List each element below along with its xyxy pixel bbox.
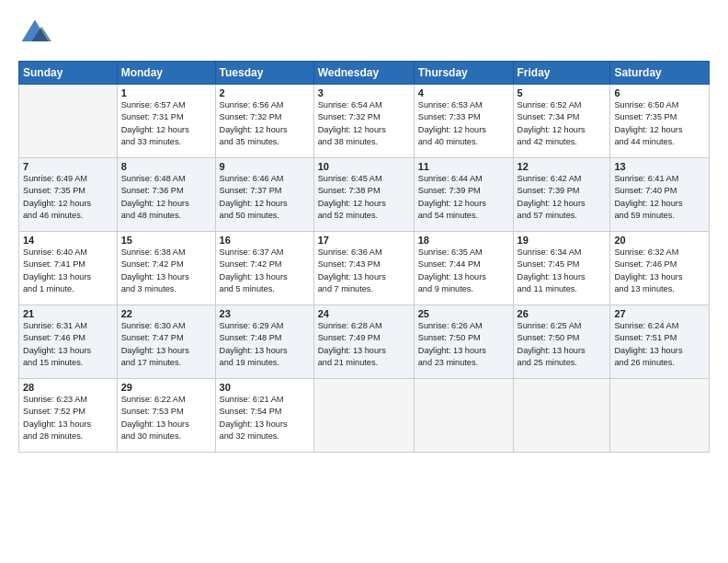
calendar-cell: 7Sunrise: 6:49 AM Sunset: 7:35 PM Daylig… — [19, 158, 118, 232]
calendar-cell — [19, 85, 118, 158]
calendar-cell: 12Sunrise: 6:42 AM Sunset: 7:39 PM Dayli… — [513, 158, 610, 232]
calendar-cell: 17Sunrise: 6:36 AM Sunset: 7:43 PM Dayli… — [313, 232, 414, 305]
calendar-cell: 30Sunrise: 6:21 AM Sunset: 7:54 PM Dayli… — [215, 379, 313, 453]
day-number: 3 — [318, 87, 410, 98]
day-info: Sunrise: 6:57 AM Sunset: 7:31 PM Dayligh… — [121, 99, 211, 148]
calendar-week-row: 21Sunrise: 6:31 AM Sunset: 7:46 PM Dayli… — [19, 305, 710, 379]
calendar-cell: 11Sunrise: 6:44 AM Sunset: 7:39 PM Dayli… — [414, 158, 513, 232]
weekday-header-thursday: Thursday — [414, 62, 513, 85]
calendar-cell: 21Sunrise: 6:31 AM Sunset: 7:46 PM Dayli… — [19, 305, 118, 379]
day-number: 9 — [220, 161, 310, 172]
calendar-cell: 28Sunrise: 6:23 AM Sunset: 7:52 PM Dayli… — [19, 379, 118, 453]
day-info: Sunrise: 6:34 AM Sunset: 7:45 PM Dayligh… — [518, 247, 607, 295]
calendar-cell: 22Sunrise: 6:30 AM Sunset: 7:47 PM Dayli… — [117, 305, 215, 379]
day-info: Sunrise: 6:56 AM Sunset: 7:32 PM Dayligh… — [220, 99, 310, 148]
day-info: Sunrise: 6:35 AM Sunset: 7:44 PM Dayligh… — [418, 247, 509, 295]
day-info: Sunrise: 6:36 AM Sunset: 7:43 PM Dayligh… — [318, 247, 410, 295]
day-number: 18 — [418, 235, 509, 246]
calendar-cell — [513, 379, 610, 453]
weekday-header-tuesday: Tuesday — [215, 62, 313, 85]
calendar-cell: 2Sunrise: 6:56 AM Sunset: 7:32 PM Daylig… — [215, 85, 313, 158]
day-info: Sunrise: 6:21 AM Sunset: 7:54 PM Dayligh… — [220, 394, 310, 442]
weekday-header-friday: Friday — [513, 62, 610, 85]
day-number: 21 — [23, 308, 113, 319]
day-info: Sunrise: 6:52 AM Sunset: 7:34 PM Dayligh… — [518, 99, 607, 148]
day-number: 12 — [518, 161, 607, 172]
calendar-cell: 4Sunrise: 6:53 AM Sunset: 7:33 PM Daylig… — [414, 85, 513, 158]
calendar-cell: 24Sunrise: 6:28 AM Sunset: 7:49 PM Dayli… — [313, 305, 414, 379]
day-number: 6 — [614, 87, 705, 98]
day-info: Sunrise: 6:54 AM Sunset: 7:32 PM Dayligh… — [318, 99, 410, 148]
calendar-cell: 20Sunrise: 6:32 AM Sunset: 7:46 PM Dayli… — [610, 232, 710, 305]
day-number: 14 — [23, 235, 113, 246]
day-number: 10 — [318, 161, 410, 172]
day-info: Sunrise: 6:31 AM Sunset: 7:46 PM Dayligh… — [23, 320, 113, 369]
calendar-week-row: 28Sunrise: 6:23 AM Sunset: 7:52 PM Dayli… — [19, 379, 710, 453]
calendar-cell: 19Sunrise: 6:34 AM Sunset: 7:45 PM Dayli… — [513, 232, 610, 305]
day-info: Sunrise: 6:32 AM Sunset: 7:46 PM Dayligh… — [614, 247, 705, 295]
calendar-cell: 27Sunrise: 6:24 AM Sunset: 7:51 PM Dayli… — [610, 305, 710, 379]
calendar-cell — [414, 379, 513, 453]
day-info: Sunrise: 6:24 AM Sunset: 7:51 PM Dayligh… — [614, 320, 705, 369]
header — [18, 17, 710, 50]
day-number: 19 — [518, 235, 607, 246]
day-number: 23 — [220, 308, 310, 319]
logo-icon — [18, 17, 51, 50]
calendar-table: SundayMondayTuesdayWednesdayThursdayFrid… — [18, 61, 710, 453]
calendar-cell: 3Sunrise: 6:54 AM Sunset: 7:32 PM Daylig… — [313, 85, 414, 158]
logo — [18, 17, 53, 50]
day-info: Sunrise: 6:38 AM Sunset: 7:42 PM Dayligh… — [121, 247, 211, 295]
calendar-week-row: 14Sunrise: 6:40 AM Sunset: 7:41 PM Dayli… — [19, 232, 710, 305]
day-number: 27 — [614, 308, 705, 319]
day-number: 24 — [318, 308, 410, 319]
calendar-cell: 23Sunrise: 6:29 AM Sunset: 7:48 PM Dayli… — [215, 305, 313, 379]
day-info: Sunrise: 6:41 AM Sunset: 7:40 PM Dayligh… — [614, 173, 705, 222]
day-number: 4 — [418, 87, 509, 98]
day-info: Sunrise: 6:37 AM Sunset: 7:42 PM Dayligh… — [220, 247, 310, 295]
day-info: Sunrise: 6:50 AM Sunset: 7:35 PM Dayligh… — [614, 99, 705, 148]
weekday-header-saturday: Saturday — [610, 62, 710, 85]
day-info: Sunrise: 6:29 AM Sunset: 7:48 PM Dayligh… — [220, 320, 310, 369]
calendar-week-row: 7Sunrise: 6:49 AM Sunset: 7:35 PM Daylig… — [19, 158, 710, 232]
day-number: 17 — [318, 235, 410, 246]
day-info: Sunrise: 6:30 AM Sunset: 7:47 PM Dayligh… — [121, 320, 211, 369]
calendar-cell — [313, 379, 414, 453]
day-info: Sunrise: 6:53 AM Sunset: 7:33 PM Dayligh… — [418, 99, 509, 148]
day-info: Sunrise: 6:25 AM Sunset: 7:50 PM Dayligh… — [518, 320, 607, 369]
weekday-header-monday: Monday — [117, 62, 215, 85]
day-info: Sunrise: 6:44 AM Sunset: 7:39 PM Dayligh… — [418, 173, 509, 222]
page: SundayMondayTuesdayWednesdayThursdayFrid… — [0, 0, 728, 462]
day-number: 13 — [614, 161, 705, 172]
calendar-cell: 26Sunrise: 6:25 AM Sunset: 7:50 PM Dayli… — [513, 305, 610, 379]
weekday-header-sunday: Sunday — [19, 62, 118, 85]
day-number: 8 — [121, 161, 211, 172]
weekday-header-wednesday: Wednesday — [313, 62, 414, 85]
calendar-cell: 8Sunrise: 6:48 AM Sunset: 7:36 PM Daylig… — [117, 158, 215, 232]
day-info: Sunrise: 6:26 AM Sunset: 7:50 PM Dayligh… — [418, 320, 509, 369]
day-info: Sunrise: 6:42 AM Sunset: 7:39 PM Dayligh… — [518, 173, 607, 222]
calendar-cell: 13Sunrise: 6:41 AM Sunset: 7:40 PM Dayli… — [610, 158, 710, 232]
day-info: Sunrise: 6:48 AM Sunset: 7:36 PM Dayligh… — [121, 173, 211, 222]
day-number: 20 — [614, 235, 705, 246]
calendar-cell: 1Sunrise: 6:57 AM Sunset: 7:31 PM Daylig… — [117, 85, 215, 158]
day-info: Sunrise: 6:46 AM Sunset: 7:37 PM Dayligh… — [220, 173, 310, 222]
day-number: 25 — [418, 308, 509, 319]
weekday-header-row: SundayMondayTuesdayWednesdayThursdayFrid… — [19, 62, 710, 85]
calendar-cell: 10Sunrise: 6:45 AM Sunset: 7:38 PM Dayli… — [313, 158, 414, 232]
day-number: 7 — [23, 161, 113, 172]
day-number: 29 — [121, 382, 211, 393]
calendar-cell: 16Sunrise: 6:37 AM Sunset: 7:42 PM Dayli… — [215, 232, 313, 305]
calendar-cell — [610, 379, 710, 453]
day-info: Sunrise: 6:22 AM Sunset: 7:53 PM Dayligh… — [121, 394, 211, 442]
calendar-cell: 6Sunrise: 6:50 AM Sunset: 7:35 PM Daylig… — [610, 85, 710, 158]
day-info: Sunrise: 6:49 AM Sunset: 7:35 PM Dayligh… — [23, 173, 113, 222]
day-info: Sunrise: 6:28 AM Sunset: 7:49 PM Dayligh… — [318, 320, 410, 369]
calendar-cell: 25Sunrise: 6:26 AM Sunset: 7:50 PM Dayli… — [414, 305, 513, 379]
day-number: 22 — [121, 308, 211, 319]
day-number: 1 — [121, 87, 211, 98]
day-number: 11 — [418, 161, 509, 172]
day-number: 28 — [23, 382, 113, 393]
calendar-cell: 14Sunrise: 6:40 AM Sunset: 7:41 PM Dayli… — [19, 232, 118, 305]
day-info: Sunrise: 6:23 AM Sunset: 7:52 PM Dayligh… — [23, 394, 113, 442]
day-number: 2 — [220, 87, 310, 98]
